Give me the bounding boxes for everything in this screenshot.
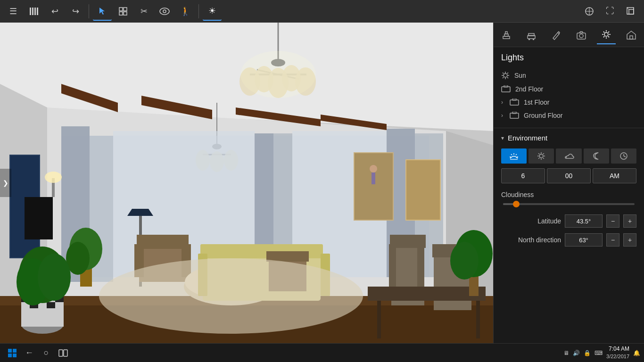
svg-point-75 (38, 254, 71, 301)
svg-rect-106 (406, 160, 440, 220)
time-hour[interactable]: 6 (501, 168, 545, 183)
measure-button[interactable]: ✂ (134, 2, 153, 21)
environment-header[interactable]: ▾ Environment (501, 134, 636, 142)
light-item-1st-floor[interactable]: › 1st Floor (501, 96, 636, 109)
svg-rect-71 (47, 302, 55, 308)
taskbar-taskview[interactable] (55, 345, 72, 362)
tab-decorate[interactable] (547, 25, 566, 44)
library-button[interactable] (25, 2, 43, 21)
svg-line-127 (608, 31, 609, 32)
tab-lights[interactable] (597, 25, 616, 44)
svg-rect-3 (37, 8, 38, 15)
undo-button[interactable]: ↩ (45, 2, 64, 21)
time-minute[interactable]: 00 (547, 168, 591, 183)
light-item-sun[interactable]: Sun (501, 68, 636, 82)
dimensions-button[interactable] (580, 2, 599, 21)
svg-rect-79 (137, 235, 189, 249)
menu-button[interactable]: ☰ (4, 2, 23, 21)
svg-rect-104 (372, 173, 375, 184)
sys-icon-lock[interactable]: 🔒 (584, 350, 591, 356)
svg-line-158 (543, 158, 544, 159)
svg-line-159 (543, 153, 544, 154)
svg-rect-117 (533, 39, 534, 40)
chevron-1st-floor: › (501, 99, 503, 106)
svg-rect-7 (124, 12, 127, 15)
sys-icon-notification[interactable]: 🔔 (633, 350, 640, 356)
tab-build[interactable] (497, 25, 516, 44)
sep2 (198, 4, 199, 18)
nav-arrow-left[interactable]: ❯ (0, 169, 11, 197)
svg-rect-167 (13, 354, 17, 357)
latitude-row: Latitude − + (501, 214, 636, 228)
weather-sunny-btn[interactable] (528, 148, 554, 164)
svg-line-148 (516, 154, 517, 155)
tab-exterior[interactable] (622, 25, 641, 44)
svg-point-120 (604, 33, 608, 36)
svg-point-9 (163, 10, 166, 13)
view-button[interactable] (155, 2, 174, 21)
svg-point-103 (370, 165, 377, 173)
cloudiness-slider[interactable] (501, 203, 636, 205)
weather-night-btn[interactable] (584, 148, 609, 164)
arrange-button[interactable] (114, 2, 132, 21)
sys-icon-network[interactable]: 🖥 (563, 350, 569, 356)
time-ampm[interactable]: AM (593, 168, 636, 183)
weather-clock-btn[interactable] (611, 148, 636, 164)
cloudiness-label: Cloudiness (501, 191, 636, 198)
latitude-decrement[interactable]: − (606, 214, 619, 228)
select-button[interactable] (93, 2, 112, 21)
3d-button[interactable] (621, 2, 640, 21)
tab-camera[interactable] (572, 25, 591, 44)
weather-sunrise-btn[interactable] (501, 148, 527, 164)
svg-rect-91 (266, 251, 309, 262)
tab-furnish[interactable] (522, 25, 541, 44)
north-increment[interactable]: + (623, 233, 636, 247)
walk-button[interactable]: 🚶 (176, 2, 195, 21)
start-button[interactable] (4, 345, 21, 362)
taskbar-cortana[interactable]: ○ (38, 345, 55, 362)
sys-icon-keyboard[interactable]: ⌨ (594, 350, 603, 356)
svg-rect-5 (124, 8, 127, 11)
svg-marker-129 (627, 31, 636, 39)
svg-rect-140 (502, 87, 510, 92)
svg-line-139 (503, 77, 504, 78)
svg-line-125 (603, 31, 604, 32)
light-item-2nd-floor[interactable]: 2nd Floor (501, 82, 636, 96)
taskbar-back[interactable]: ← (21, 345, 38, 362)
taskbar-clock[interactable]: 7:04 AM 3/22/2017 (606, 345, 629, 360)
svg-rect-165 (13, 349, 17, 353)
light-item-ground-floor[interactable]: › Ground Floor (501, 109, 636, 122)
panel-tabs (494, 23, 644, 47)
latitude-increment[interactable]: + (623, 214, 636, 228)
svg-rect-55 (25, 197, 53, 239)
env-chevron: ▾ (501, 135, 504, 141)
svg-rect-130 (630, 36, 633, 39)
svg-rect-144 (510, 113, 519, 118)
lights-section: Lights Sun (494, 47, 644, 128)
north-direction-input[interactable] (565, 233, 603, 247)
slider-track (503, 203, 635, 205)
svg-line-138 (507, 73, 508, 74)
redo-button[interactable]: ↪ (66, 2, 85, 21)
svg-rect-169 (64, 350, 67, 356)
viewport[interactable]: ❯ (0, 23, 493, 343)
taskbar-sys: 🖥 🔊 🔒 ⌨ 7:04 AM 3/22/2017 🔔 (563, 345, 640, 360)
env-title: Environment (508, 134, 547, 142)
weather-cloudy-btn[interactable] (556, 148, 581, 164)
scene-svg (0, 23, 493, 343)
light-label-sun: Sun (514, 72, 526, 79)
latitude-input[interactable] (565, 214, 603, 228)
clock-time: 7:04 AM (606, 345, 629, 353)
lighting-button[interactable]: ☀ (203, 2, 222, 21)
svg-line-137 (507, 77, 508, 78)
svg-line-136 (503, 73, 504, 74)
sys-icon-volume[interactable]: 🔊 (573, 350, 580, 356)
north-decrement[interactable]: − (606, 233, 619, 247)
slider-thumb[interactable] (513, 201, 520, 207)
svg-rect-14 (629, 9, 634, 14)
fullscreen-button[interactable]: ⛶ (601, 2, 619, 21)
svg-rect-0 (30, 8, 31, 15)
svg-point-57 (45, 172, 62, 183)
svg-rect-98 (368, 287, 486, 301)
svg-point-152 (539, 154, 543, 158)
